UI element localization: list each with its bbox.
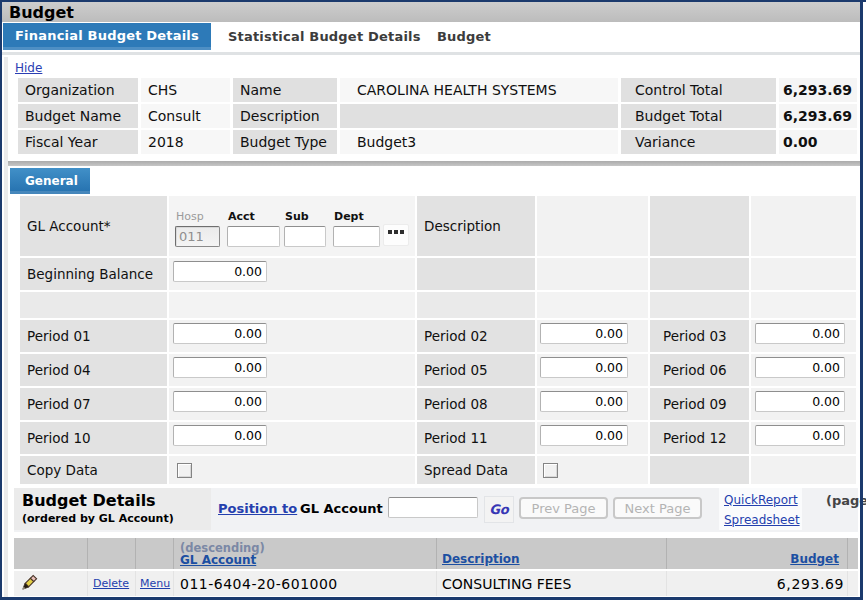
spacer-cell-1 [169,292,415,318]
budget-total-label: Budget Total [621,104,776,128]
period-08-label: Period 08 [417,388,535,420]
form-empty-label-3 [650,258,749,290]
tab-active-edge [3,47,211,50]
summary-panel: Organization CHS Name CAROLINA HEALTH SY… [18,78,857,154]
spreadsheet-link[interactable]: Spreadsheet [724,513,800,527]
hide-link[interactable]: Hide [15,61,42,75]
details-title: Budget Details [22,491,156,510]
budget-total-value: 6,293.69 [779,104,857,128]
tab-financial-budget-details[interactable]: Financial Budget Details [3,23,211,47]
quickreport-link[interactable]: QuickReport [724,493,798,507]
details-title-cell: Budget Details (ordered by GL Account) [14,488,211,530]
details-subtitle: (ordered by GL Account) [22,512,174,525]
period-04-label: Period 04 [20,354,167,386]
gl-account-segments: Hosp Acct Sub Dept [169,196,415,256]
dot [400,230,404,234]
period-01-input[interactable] [173,323,267,344]
gl-account-label: GL Account* [20,196,167,256]
period-02-input[interactable] [540,323,628,344]
period-11-input[interactable] [540,425,628,446]
period-05-label: Period 05 [417,354,535,386]
spread-data-label: Spread Data [417,456,535,484]
go-button[interactable]: Go [484,496,514,523]
description-label: Description [233,104,337,128]
variance-value: 0.00 [779,130,857,154]
row-delete-cell: Delete [88,571,136,596]
row-edit-cell [14,571,88,596]
spacer-label-2 [417,292,535,318]
dept-input[interactable] [333,226,380,247]
hosp-input [175,226,220,247]
budget-sort-link[interactable]: Budget [790,552,839,566]
frame-border-right [860,2,863,597]
frame-border-top [0,0,866,2]
frame-border-left [0,2,2,600]
period-06-input[interactable] [755,357,845,378]
menu-link[interactable]: Menu [140,577,170,590]
row-spacer-cell [848,571,858,596]
tab-budget[interactable]: Budget [437,23,491,49]
row-menu-cell: Menu [136,571,174,596]
form-empty-cell-1 [751,196,856,256]
position-to-input[interactable] [388,497,478,518]
spacer-cell-3 [751,292,856,318]
form-description-cell [537,196,648,256]
period-04-input[interactable] [173,357,267,378]
row-budget-cell: 6,293.69 [667,571,848,596]
period-07-input[interactable] [173,391,267,412]
tab-statistical-budget-details[interactable]: Statistical Budget Details [228,23,421,49]
beginning-balance-cell [169,258,415,290]
delete-link[interactable]: Delete [93,577,129,590]
frame-border-bottom [0,597,863,600]
form-empty-cell-2 [537,258,648,290]
page-title: Budget [9,2,74,23]
sub-input[interactable] [284,226,326,247]
period-09-input[interactable] [755,391,845,412]
period-11-label: Period 11 [417,422,535,454]
next-page-button[interactable]: Next Page [613,497,702,519]
position-to-link[interactable]: Position to [218,501,297,516]
form-empty-label-4 [650,456,749,484]
gl-lookup-button[interactable] [383,224,409,246]
header-description-column: Description [437,538,667,569]
period-05-cell [537,354,648,386]
header-edit-column [14,538,88,569]
description-sort-link[interactable]: Description [442,552,520,566]
period-12-input[interactable] [755,425,845,446]
row-description-cell: CONSULTING FEES [437,571,667,596]
period-04-cell [169,354,415,386]
period-08-input[interactable] [540,391,628,412]
period-07-label: Period 07 [20,388,167,420]
period-05-input[interactable] [540,357,628,378]
period-09-label: Period 09 [650,388,749,420]
details-table-header: (descending) GL Account Description Budg… [14,538,858,569]
budget-type-label: Budget Type [233,130,337,154]
period-10-input[interactable] [173,425,267,446]
left-gutter [4,57,8,597]
spacer-label-1 [20,292,167,318]
gl-account-sort-link[interactable]: GL Account [180,553,256,567]
copy-data-checkbox[interactable] [177,463,192,478]
header-gl-account-column: (descending) GL Account [174,538,437,569]
prev-page-button[interactable]: Prev Page [519,497,608,519]
period-08-cell [537,388,648,420]
period-03-cell [751,320,856,352]
header-spacer-column [848,538,858,569]
period-03-input[interactable] [755,323,845,344]
period-07-cell [169,388,415,420]
table-row: Delete Menu 011-6404-20-601000 CONSULTIN… [14,571,858,596]
window-titlebar: Budget [2,2,860,22]
row-gl-account-cell: 011-6404-20-601000 [174,571,437,596]
tab-general[interactable]: General [10,168,90,194]
budget-form: GL Account* Hosp Acct Sub Dept Descripti… [20,196,856,484]
tab-divider [2,52,860,55]
budget-window: Budget Financial Budget Details Statisti… [0,0,866,602]
header-menu-column [136,538,174,569]
beginning-balance-input[interactable] [173,261,267,282]
period-01-label: Period 01 [20,320,167,352]
acct-input[interactable] [227,226,280,247]
spread-data-checkbox[interactable] [543,463,558,478]
period-11-cell [537,422,648,454]
dept-label: Dept [334,210,364,223]
edit-pencil-icon[interactable] [20,574,38,592]
